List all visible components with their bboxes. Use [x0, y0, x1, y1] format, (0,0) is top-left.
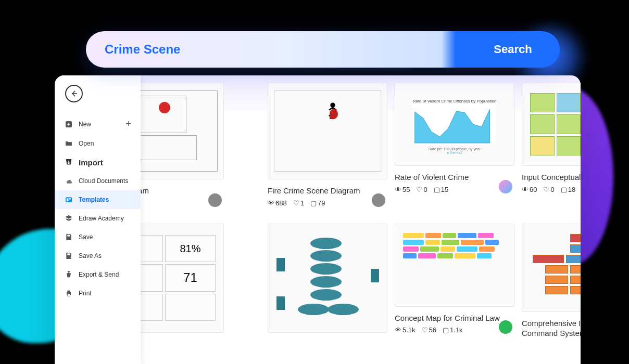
svg-rect-3 — [69, 198, 71, 199]
author-avatar[interactable] — [499, 320, 512, 334]
template-thumbnail — [268, 83, 387, 179]
sidebar-item-import[interactable]: Import — [55, 153, 141, 172]
save-icon — [64, 232, 73, 242]
template-stats: 👁5.1k ♡56 ▢1.1k — [395, 326, 514, 334]
export-icon — [64, 270, 73, 279]
eye-icon: 👁 — [395, 326, 401, 334]
sidebar-item-label: Open — [79, 140, 94, 147]
template-card[interactable]: ene Diagram ▢76 — [141, 83, 224, 207]
svg-rect-2 — [67, 198, 68, 201]
academy-icon — [64, 214, 73, 223]
search-input[interactable]: Crime Scene — [105, 42, 466, 57]
search-button[interactable]: Search — [466, 31, 560, 68]
template-thumbnail — [141, 83, 224, 179]
template-card[interactable] — [268, 224, 387, 342]
folder-icon — [64, 139, 73, 148]
template-stats: 👁55 ♡0 ▢15 — [395, 186, 514, 193]
sidebar-item-export[interactable]: Export & Send — [55, 265, 141, 284]
template-card[interactable]: Concept Map for Criminal Law 👁5.1k ♡56 ▢… — [395, 224, 514, 342]
import-icon — [64, 158, 73, 167]
svg-rect-1 — [66, 197, 72, 202]
author-avatar[interactable] — [372, 193, 385, 207]
svg-rect-6 — [67, 291, 70, 292]
sidebar-item-label: Export & Send — [79, 271, 119, 278]
save-as-icon — [64, 251, 73, 261]
svg-point-8 — [330, 103, 335, 108]
cloud-icon — [64, 176, 73, 186]
search-bar: Crime Scene Search — [86, 31, 560, 68]
copy-icon: ▢ — [434, 186, 440, 193]
sidebar-item-label: Print — [79, 290, 92, 297]
sidebar-item-label: Edraw Academy — [79, 215, 124, 222]
sidebar-item-label: Templates — [79, 196, 109, 203]
sidebar-item-label: Save As — [79, 252, 102, 259]
template-thumbnail: Rate of Violent Crime Offenses by Popula… — [395, 83, 514, 166]
template-stats: 👁60 ♡0 ▢18 — [522, 186, 581, 193]
eye-icon: 👁 — [522, 186, 529, 193]
template-title: Comprehensive Incident Command System Or… — [522, 318, 581, 339]
add-icon[interactable]: + — [125, 119, 131, 129]
plus-square-icon — [64, 120, 73, 129]
svg-rect-5 — [67, 253, 70, 255]
template-thumbnail — [522, 83, 581, 166]
sidebar-item-academy[interactable]: Edraw Academy — [55, 209, 141, 228]
sidebar-item-saveas[interactable]: Save As — [55, 246, 141, 265]
author-avatar[interactable] — [499, 180, 512, 193]
sidebar-item-save[interactable]: Save — [55, 228, 141, 246]
templates-grid: ene Diagram ▢76 Fire Crime Scene Diagram… — [141, 83, 581, 364]
heart-icon: ♡ — [416, 186, 422, 193]
heart-icon: ♡ — [293, 199, 299, 207]
back-button[interactable] — [65, 85, 83, 102]
print-icon — [64, 289, 73, 298]
author-avatar[interactable] — [208, 193, 222, 207]
template-card[interactable]: Input Conceptual Framew 👁60 ♡0 ▢18 — [522, 83, 581, 207]
template-title: Fire Crime Scene Diagram — [268, 186, 387, 196]
eye-icon: 👁 — [268, 199, 274, 207]
template-card[interactable]: Comprehensive Incident Command System Or… — [522, 224, 581, 342]
template-card[interactable]: Fire Crime Scene Diagram 👁688 ♡1 ▢79 — [268, 83, 387, 207]
sidebar-item-open[interactable]: Open — [55, 134, 141, 153]
template-card[interactable]: 81%71 — [141, 224, 224, 342]
heart-icon: ♡ — [543, 186, 549, 193]
copy-icon: ▢ — [561, 186, 567, 193]
sidebar-item-cloud[interactable]: Cloud Documents — [55, 172, 141, 190]
svg-rect-7 — [67, 294, 70, 296]
sidebar-item-label: Save — [79, 233, 93, 241]
template-card[interactable]: Rate of Violent Crime Offenses by Popula… — [395, 83, 514, 207]
sidebar-item-print[interactable]: Print — [55, 284, 141, 303]
rate-chart: Rate of Violent Crime Offenses by Popula… — [401, 96, 508, 153]
sidebar-item-label: Import — [79, 158, 103, 167]
sidebar-item-label: New — [79, 121, 91, 128]
svg-rect-4 — [67, 235, 70, 236]
sidebar-item-label: Cloud Documents — [79, 177, 128, 185]
arrow-left-icon — [69, 89, 79, 98]
template-stats: 👁688 ♡1 ▢79 — [268, 199, 387, 207]
heart-icon: ♡ — [422, 326, 428, 334]
copy-icon: ▢ — [310, 199, 317, 207]
templates-icon — [64, 195, 73, 204]
eye-icon: 👁 — [395, 186, 401, 193]
app-window: New + Open Import Cloud Documents Templa… — [55, 75, 581, 364]
template-thumbnail — [522, 224, 581, 312]
template-title: Concept Map for Criminal Law — [395, 313, 514, 323]
sidebar-item-new[interactable]: New + — [55, 114, 141, 134]
template-title: Rate of Violent Crime — [395, 172, 514, 183]
template-thumbnail — [395, 224, 514, 307]
sidebar-item-templates[interactable]: Templates — [55, 190, 141, 209]
template-thumbnail: 81%71 — [141, 224, 224, 333]
template-title: Input Conceptual Framew — [522, 172, 581, 183]
template-thumbnail — [268, 224, 387, 333]
copy-icon: ▢ — [443, 326, 449, 334]
sidebar: New + Open Import Cloud Documents Templa… — [55, 75, 141, 364]
